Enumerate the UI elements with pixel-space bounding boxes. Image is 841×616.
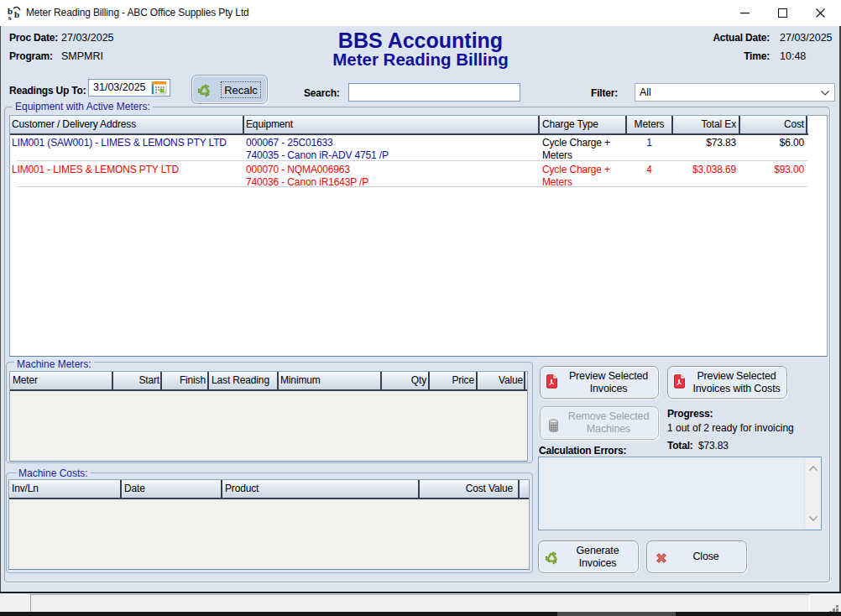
svg-text:b: b xyxy=(14,9,19,19)
